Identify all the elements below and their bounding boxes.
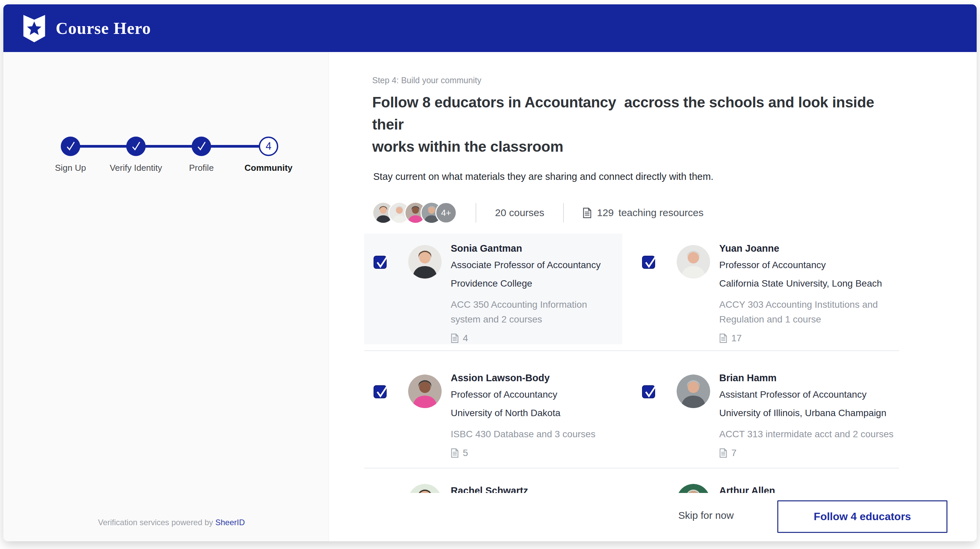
- step-caption: Step 4: Build your community: [372, 75, 950, 85]
- vertical-divider: [563, 203, 564, 223]
- resource-count: 4: [463, 333, 468, 344]
- educator-card-brian-hamm[interactable]: Brian Hamm Assistant Professor of Accoun…: [633, 363, 899, 474]
- app-header: Course Hero: [3, 4, 977, 52]
- educator-title: Professor of Accountancy: [719, 256, 897, 274]
- resources-label: teaching resources: [619, 207, 703, 218]
- avatar: [408, 374, 442, 408]
- course-hero-shield-star-icon: [22, 14, 46, 42]
- step-circle-verify-identity: [126, 137, 146, 156]
- educator-courses: ACCT 313 intermidate acct and 2 courses: [719, 427, 897, 442]
- check-icon: [65, 141, 76, 152]
- educator-card-assion-lawson-body[interactable]: Assion Lawson-Body Professor of Accounta…: [364, 363, 622, 474]
- check-icon: [643, 255, 658, 269]
- educator-name: Sonia Gantman: [451, 242, 612, 255]
- avatar: [676, 245, 710, 278]
- educator-courses: ACC 350 Accounting Information system an…: [451, 297, 605, 327]
- educator-title: Professor of Accountancy: [451, 385, 612, 404]
- resources-summary: 129 teaching resources: [582, 207, 704, 218]
- action-footer: Skip for now Follow 4 educators: [329, 493, 977, 541]
- document-icon: [451, 448, 459, 458]
- avatar: [676, 374, 710, 408]
- educator-school: University of Illinois, Urbana Champaign: [719, 404, 897, 422]
- sidebar: 4 Sign Up Verify Identity Profile Commun…: [3, 52, 329, 541]
- educator-title: Associate Professor of Accountancy: [451, 256, 612, 274]
- educator-checkbox[interactable]: [374, 385, 387, 398]
- avatar: [408, 245, 442, 278]
- page: Course Hero 4 Sign: [0, 0, 980, 549]
- skip-button[interactable]: Skip for now: [678, 510, 733, 521]
- resource-count: 5: [463, 448, 468, 458]
- educator-resources: 17: [719, 333, 897, 344]
- step-circle-sign-up: [61, 137, 80, 156]
- step-number: 4: [266, 140, 271, 152]
- educator-row: Assion Lawson-Body Professor of Accounta…: [364, 351, 899, 468]
- educator-card-yuan-joanne[interactable]: Yuan Joanne Professor of Accountancy Cal…: [633, 234, 899, 344]
- courses-count: 20 courses: [495, 207, 544, 218]
- follow-educators-button[interactable]: Follow 4 educators: [777, 500, 947, 533]
- summary-row: 4+ 20 courses 129 tea: [372, 201, 950, 224]
- resources-count: 129: [597, 207, 614, 218]
- educator-resources: 7: [719, 448, 897, 458]
- main-content: Step 4: Build your community Follow 8 ed…: [329, 52, 977, 541]
- avatar-stack: 4+: [372, 202, 457, 224]
- sheerid-link[interactable]: SheerID: [215, 518, 245, 527]
- educator-resources: 5: [451, 448, 612, 458]
- resource-count: 17: [731, 333, 742, 344]
- educator-checkbox[interactable]: [374, 256, 387, 269]
- document-icon: [451, 333, 459, 343]
- document-icon: [582, 207, 592, 218]
- avatar-overflow-badge: 4+: [435, 202, 457, 223]
- educator-courses: ACCY 303 Accounting Institutions and Reg…: [719, 297, 897, 327]
- step-circle-community: 4: [259, 137, 278, 156]
- page-subtitle: Stay current on what materials they are …: [373, 171, 950, 182]
- educator-name: Yuan Joanne: [719, 242, 897, 255]
- document-icon: [719, 448, 727, 458]
- vertical-divider: [476, 203, 476, 223]
- educator-resources: 4: [451, 333, 612, 344]
- step-circle-profile: [192, 137, 211, 156]
- educator-checkbox[interactable]: [642, 385, 655, 398]
- check-icon: [643, 384, 658, 399]
- educator-school: California State University, Long Beach: [719, 274, 897, 293]
- educator-school: Providence College: [451, 274, 612, 293]
- educator-title: Assistant Professor of Accountancy: [719, 385, 897, 404]
- educator-name: Assion Lawson-Body: [451, 372, 612, 384]
- educator-card-sonia-gantman[interactable]: Sonia Gantman Associate Professor of Acc…: [364, 234, 622, 344]
- app-window: Course Hero 4 Sign: [3, 4, 977, 541]
- check-icon: [130, 141, 142, 152]
- check-icon: [375, 255, 390, 269]
- step-label-sign-up: Sign Up: [55, 163, 86, 173]
- page-title: Follow 8 educators in Accountancy accros…: [372, 91, 909, 158]
- brand-wordmark: Course Hero: [56, 19, 151, 38]
- stepper-connector-line: [70, 145, 269, 148]
- check-icon: [375, 384, 390, 399]
- step-label-profile: Profile: [189, 163, 214, 173]
- resource-count: 7: [731, 448, 737, 458]
- step-label-community: Community: [245, 163, 293, 173]
- educator-school: University of North Dakota: [451, 404, 612, 422]
- verification-note: Verification services powered by SheerID: [98, 518, 245, 527]
- educator-courses: ISBC 430 Database and 3 courses: [451, 427, 605, 442]
- educator-name: Brian Hamm: [719, 372, 897, 384]
- step-label-verify-identity: Verify Identity: [110, 163, 162, 173]
- educator-row: Sonia Gantman Associate Professor of Acc…: [364, 234, 899, 350]
- check-icon: [196, 141, 207, 152]
- document-icon: [719, 333, 727, 343]
- educator-checkbox[interactable]: [642, 256, 655, 269]
